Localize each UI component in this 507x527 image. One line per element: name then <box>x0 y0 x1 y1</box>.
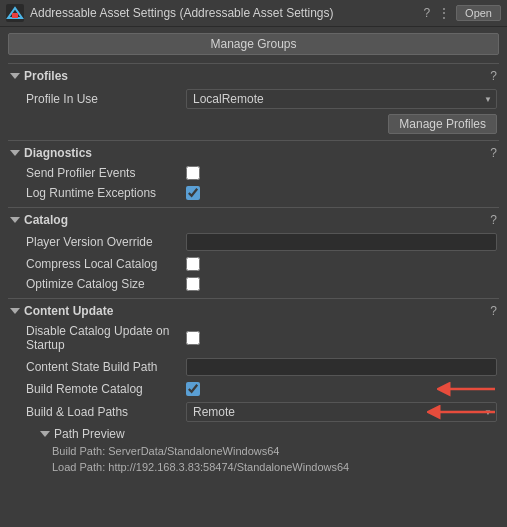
load-path-text: Load Path: http://192.168.3.83:58474/Sta… <box>40 459 499 475</box>
manage-profiles-button[interactable]: Manage Profiles <box>388 114 497 134</box>
diagnostics-triangle-icon <box>10 150 20 156</box>
catalog-help-icon[interactable]: ? <box>490 213 497 227</box>
catalog-section: Catalog ? Player Version Override Compre… <box>8 210 499 294</box>
content-update-content: Disable Catalog Update on Startup Conten… <box>8 321 499 475</box>
catalog-header-left: Catalog <box>10 213 68 227</box>
send-profiler-events-row: Send Profiler Events <box>10 163 499 183</box>
optimize-catalog-size-label: Optimize Catalog Size <box>26 277 186 291</box>
send-profiler-events-checkbox[interactable] <box>186 166 200 180</box>
catalog-label: Catalog <box>24 213 68 227</box>
diagnostics-header-left: Diagnostics <box>10 146 92 160</box>
build-remote-catalog-arrow <box>437 378 497 400</box>
path-preview-triangle-icon <box>40 431 50 437</box>
profile-in-use-row: Profile In Use LocalRemote Default <box>10 86 499 112</box>
build-remote-catalog-checkbox[interactable] <box>186 382 200 396</box>
title-bar: Addressable Asset Settings (Addressable … <box>0 0 507 27</box>
catalog-content: Player Version Override Compress Local C… <box>8 230 499 294</box>
profile-in-use-value: LocalRemote Default <box>186 89 497 109</box>
path-preview-header: Path Preview <box>40 425 499 443</box>
diagnostics-section: Diagnostics ? Send Profiler Events Log R… <box>8 143 499 203</box>
disable-catalog-update-value <box>186 331 497 345</box>
player-version-override-input[interactable] <box>186 233 497 251</box>
disable-catalog-update-row: Disable Catalog Update on Startup <box>10 321 499 355</box>
profile-dropdown-wrapper: LocalRemote Default <box>186 89 497 109</box>
profiles-section: Profiles ? Profile In Use LocalRemote De… <box>8 66 499 136</box>
profiles-header-left: Profiles <box>10 69 68 83</box>
build-remote-catalog-label: Build Remote Catalog <box>26 382 186 396</box>
manage-groups-row: Manage Groups <box>8 33 499 55</box>
compress-local-catalog-value <box>186 257 497 271</box>
build-remote-catalog-row: Build Remote Catalog <box>10 379 499 399</box>
optimize-catalog-size-checkbox[interactable] <box>186 277 200 291</box>
player-version-override-label: Player Version Override <box>26 235 186 249</box>
manage-profiles-row: Manage Profiles <box>10 112 499 136</box>
build-path-text: Build Path: ServerData/StandaloneWindows… <box>40 443 499 459</box>
window-title: Addressable Asset Settings (Addressable … <box>30 6 415 20</box>
app-icon <box>6 4 24 22</box>
log-runtime-exceptions-label: Log Runtime Exceptions <box>26 186 186 200</box>
send-profiler-events-label: Send Profiler Events <box>26 166 186 180</box>
content-state-build-path-input[interactable] <box>186 358 497 376</box>
path-preview-section: Path Preview Build Path: ServerData/Stan… <box>10 425 499 475</box>
build-and-load-paths-label: Build & Load Paths <box>26 405 186 419</box>
log-runtime-exceptions-value <box>186 186 497 200</box>
manage-groups-button[interactable]: Manage Groups <box>8 33 499 55</box>
player-version-override-value <box>186 233 497 251</box>
optimize-catalog-size-value <box>186 277 497 291</box>
open-button[interactable]: Open <box>456 5 501 21</box>
compress-local-catalog-checkbox[interactable] <box>186 257 200 271</box>
content-state-build-path-label: Content State Build Path <box>26 360 186 374</box>
player-version-override-row: Player Version Override <box>10 230 499 254</box>
profile-in-use-dropdown[interactable]: LocalRemote Default <box>186 89 497 109</box>
content-state-build-path-value <box>186 358 497 376</box>
content-update-header-left: Content Update <box>10 304 113 318</box>
profiles-help-icon[interactable]: ? <box>490 69 497 83</box>
send-profiler-events-value <box>186 166 497 180</box>
build-and-load-paths-row: Build & Load Paths Remote Local Custom <box>10 399 499 425</box>
divider-2 <box>8 207 499 208</box>
profiles-label: Profiles <box>24 69 68 83</box>
divider-3 <box>8 298 499 299</box>
profiles-section-header[interactable]: Profiles ? <box>8 66 499 86</box>
diagnostics-help-icon[interactable]: ? <box>490 146 497 160</box>
more-icon[interactable]: ⋮ <box>436 6 452 20</box>
catalog-section-header[interactable]: Catalog ? <box>8 210 499 230</box>
catalog-triangle-icon <box>10 217 20 223</box>
profile-in-use-label: Profile In Use <box>26 92 186 106</box>
content-state-build-path-row: Content State Build Path <box>10 355 499 379</box>
content-update-section: Content Update ? Disable Catalog Update … <box>8 301 499 475</box>
optimize-catalog-size-row: Optimize Catalog Size <box>10 274 499 294</box>
disable-catalog-update-checkbox[interactable] <box>186 331 200 345</box>
main-content: Manage Groups Profiles ? Profile In Use … <box>0 27 507 485</box>
profiles-content: Profile In Use LocalRemote Default Manag… <box>8 86 499 136</box>
help-icon[interactable]: ? <box>421 6 432 20</box>
svg-rect-2 <box>12 13 18 18</box>
divider-1 <box>8 140 499 141</box>
title-bar-actions: ? ⋮ Open <box>421 5 501 21</box>
diagnostics-content: Send Profiler Events Log Runtime Excepti… <box>8 163 499 203</box>
diagnostics-label: Diagnostics <box>24 146 92 160</box>
content-update-section-header[interactable]: Content Update ? <box>8 301 499 321</box>
disable-catalog-update-label: Disable Catalog Update on Startup <box>26 324 186 352</box>
divider-top <box>8 63 499 64</box>
profiles-triangle-icon <box>10 73 20 79</box>
content-update-triangle-icon <box>10 308 20 314</box>
log-runtime-exceptions-row: Log Runtime Exceptions <box>10 183 499 203</box>
build-and-load-paths-arrow <box>427 401 497 423</box>
path-preview-label: Path Preview <box>54 427 125 441</box>
log-runtime-exceptions-checkbox[interactable] <box>186 186 200 200</box>
content-update-help-icon[interactable]: ? <box>490 304 497 318</box>
diagnostics-section-header[interactable]: Diagnostics ? <box>8 143 499 163</box>
compress-local-catalog-label: Compress Local Catalog <box>26 257 186 271</box>
content-update-label: Content Update <box>24 304 113 318</box>
compress-local-catalog-row: Compress Local Catalog <box>10 254 499 274</box>
